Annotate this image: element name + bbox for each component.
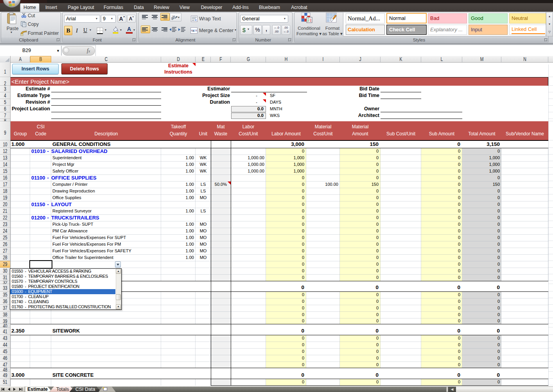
svg-text:ab: ab <box>171 14 176 20</box>
svg-text:a: a <box>192 29 194 32</box>
